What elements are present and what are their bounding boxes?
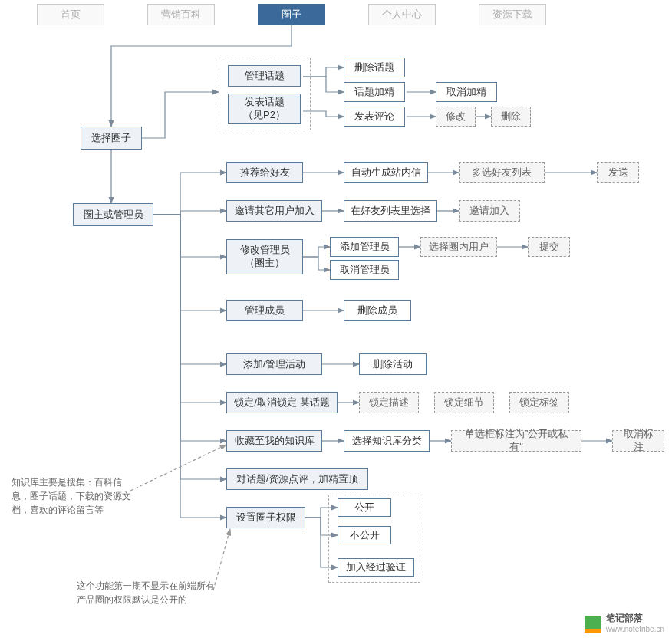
node-delete-member: 删除成员 (344, 300, 411, 321)
node-public: 公开 (338, 498, 391, 517)
node-delete-topic: 删除话题 (344, 58, 405, 77)
node-delete-activity: 删除活动 (359, 353, 427, 375)
node-review-topic: 对话题/资源点评，加精置顶 (226, 468, 368, 490)
nav-download[interactable]: 资源下载 (479, 4, 546, 25)
node-delete: 删除 (491, 107, 531, 127)
node-select-circle-user: 选择圈内用户 (420, 237, 497, 257)
logo-icon (585, 616, 601, 629)
node-post-topic: 发表话题（见P2） (228, 94, 301, 124)
node-send: 发送 (597, 162, 639, 183)
node-auto-gen-msg: 自动生成站内信 (344, 162, 428, 183)
note-kb: 知识库主要是搜集：百科信息，圈子话题，下载的资源文档，喜欢的评论留言等 (12, 475, 138, 517)
node-favorite-kb: 收藏至我的知识库 (226, 430, 322, 452)
nav-profile[interactable]: 个人中心 (368, 4, 436, 25)
nav-home[interactable]: 首页 (37, 4, 104, 25)
node-invite-join: 邀请加入 (459, 200, 520, 222)
node-select-kb-category: 选择知识库分类 (344, 430, 430, 452)
node-select-from-friends: 在好友列表里选择 (344, 200, 437, 222)
node-multi-select-friends: 多选好友列表 (459, 162, 545, 183)
node-cancel-mark: 取消标注 (612, 430, 664, 452)
node-lock-detail: 锁定细节 (434, 392, 494, 413)
node-join-verified: 加入经过验证 (338, 558, 414, 577)
node-submit: 提交 (528, 237, 570, 257)
node-private: 不公开 (338, 526, 391, 544)
node-owner-admin: 圈主或管理员 (73, 203, 153, 226)
node-modify-admin: 修改管理员（圈主） (226, 239, 303, 274)
watermark-url: www.notetribe.cn (606, 625, 664, 633)
note-perm: 这个功能第一期不显示在前端所有产品圈的权限默认是公开的 (77, 579, 222, 606)
node-lock-tag: 锁定标签 (509, 392, 569, 413)
watermark-text: 笔记部落 (606, 612, 664, 625)
node-radio-mark: 单选框标注为"公开或私有" (451, 430, 581, 452)
nav-circle[interactable]: 圈子 (258, 4, 325, 25)
node-add-manage-activity: 添加/管理活动 (226, 353, 322, 375)
node-set-permission: 设置圈子权限 (226, 507, 305, 528)
node-edit: 修改 (436, 107, 476, 127)
node-invite-others: 邀请其它用户加入 (226, 200, 322, 222)
node-lock-desc: 锁定描述 (359, 392, 419, 413)
node-cancel-admin: 取消管理员 (330, 260, 399, 280)
node-post-comment: 发表评论 (344, 107, 405, 127)
nav-wiki[interactable]: 营销百科 (147, 4, 215, 25)
node-manage-topic: 管理话题 (228, 65, 301, 87)
node-add-admin: 添加管理员 (330, 237, 399, 257)
node-select-circle: 选择圈子 (81, 127, 142, 150)
node-recommend-friend: 推荐给好友 (226, 162, 303, 183)
watermark: 笔记部落 www.notetribe.cn (585, 612, 664, 633)
node-manage-members: 管理成员 (226, 300, 303, 321)
node-lock-unlock: 锁定/取消锁定 某话题 (226, 392, 338, 413)
node-unfeature: 取消加精 (436, 82, 497, 102)
node-feature-topic: 话题加精 (344, 82, 405, 102)
